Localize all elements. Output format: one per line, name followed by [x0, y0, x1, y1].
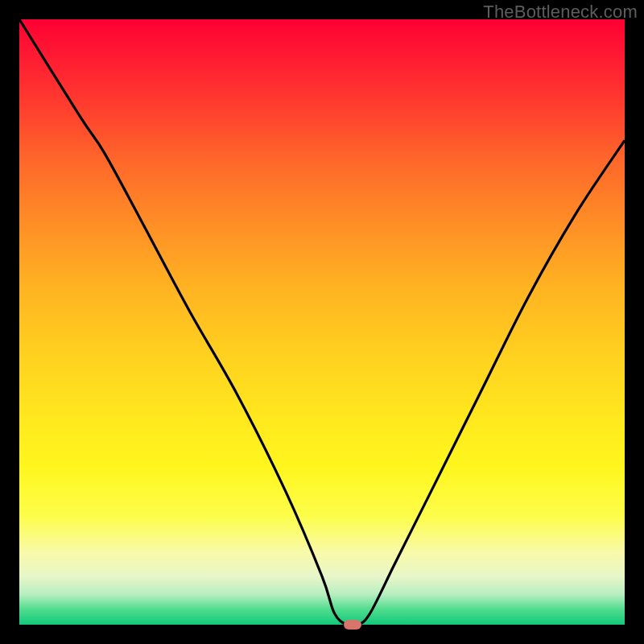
watermark-text: TheBottleneck.com: [483, 2, 638, 23]
plot-area: [19, 19, 625, 625]
chart-frame: TheBottleneck.com: [0, 0, 644, 644]
optimal-marker: [344, 620, 361, 630]
bottleneck-curve: [19, 19, 625, 625]
curve-path: [19, 19, 625, 625]
